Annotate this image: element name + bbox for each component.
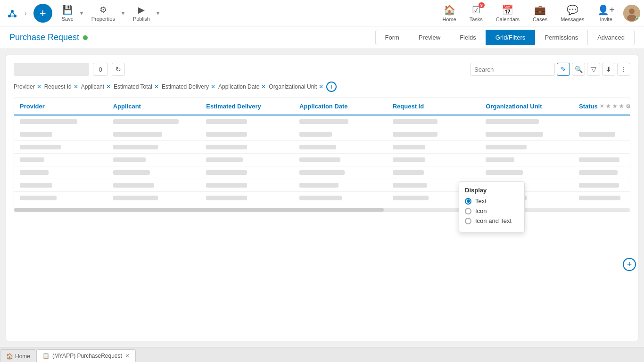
tag-provider-remove[interactable]: ✕ (37, 83, 41, 90)
tag-request-id-remove[interactable]: ✕ (74, 83, 78, 90)
status-gear-icon[interactable]: ⚙ (626, 103, 630, 110)
tab-close-button[interactable]: ✕ (125, 353, 130, 359)
add-tag-button[interactable]: + (326, 82, 337, 92)
save-button[interactable]: 💾 Save (57, 3, 78, 24)
nav-forward-arrow[interactable]: › (23, 8, 29, 19)
cell (387, 119, 480, 124)
col-provider[interactable]: Provider (14, 98, 107, 115)
filter-bar-left: 0 ↻ (14, 63, 125, 76)
status-star-1[interactable]: ★ (606, 103, 611, 109)
publish-dropdown[interactable]: ▾ (155, 8, 161, 18)
table-row (14, 115, 630, 128)
tab-advanced[interactable]: Advanced (587, 30, 635, 45)
table-row (14, 141, 630, 154)
add-button[interactable]: + (33, 4, 52, 23)
cell (480, 145, 573, 149)
cases-label: Cases (533, 16, 547, 22)
save-dropdown[interactable]: ▾ (78, 8, 85, 18)
tab-form[interactable]: Form (375, 30, 409, 45)
col-organizational-unit[interactable]: Organizational Unit (480, 98, 573, 115)
page-title: Purchase Request (9, 33, 79, 42)
data-grid: Provider Applicant Estimated Delivery Ap… (14, 98, 630, 212)
toolbar-left: › + 💾 Save ▾ ⚙ Properties ▾ ▶ Publish (4, 3, 436, 24)
filter-bar: 0 ↻ ✎ 🔍 ▽ ⬇ ⋮ (14, 63, 630, 76)
tag-request-id-label: Request Id (44, 83, 72, 90)
col-status[interactable]: Status ✕ ★ ★ ★ ⚙ (573, 98, 630, 115)
gear-icon: ⚙ (99, 5, 107, 15)
tab-grid-filters[interactable]: Grid/Filters (486, 30, 536, 45)
purchase-request-tab[interactable]: 📋 (MYAPP) PurchaseRequest ✕ (36, 349, 136, 362)
nav-tasks[interactable]: 9 ☑ Tasks (465, 2, 487, 24)
cell (294, 132, 387, 137)
display-option-icon-text[interactable]: Icon and Text (465, 217, 519, 224)
refresh-button[interactable]: ↻ (112, 63, 125, 76)
count-box: 0 (93, 63, 108, 76)
status-star-2[interactable]: ★ (612, 103, 617, 109)
grid-header: Provider Applicant Estimated Delivery Ap… (14, 98, 630, 115)
user-avatar[interactable] (623, 5, 640, 22)
status-header-label: Status (579, 103, 598, 110)
cell (387, 170, 480, 175)
filter-icon-btn[interactable]: ▽ (587, 63, 600, 76)
status-close-icon[interactable]: ✕ (600, 103, 604, 109)
cell (387, 157, 480, 162)
home-bottom-tab[interactable]: 🏠 Home (0, 349, 36, 362)
tab-fields[interactable]: Fields (450, 30, 486, 45)
nav-invite[interactable]: 👤+ Invite (593, 2, 619, 24)
publish-button[interactable]: ▶ Publish (128, 3, 155, 24)
properties-button[interactable]: ⚙ Properties (87, 3, 120, 24)
table-row (14, 128, 630, 141)
tab-permissions[interactable]: Permissions (535, 30, 588, 45)
add-column-button[interactable]: + (623, 258, 636, 271)
calendars-icon: 📅 (502, 4, 513, 16)
col-applicant[interactable]: Applicant (107, 98, 201, 115)
col-request-id[interactable]: Request Id (387, 98, 480, 115)
cell (573, 132, 630, 137)
tag-estimated-total-label: Estimated Total (114, 83, 152, 90)
tab-preview[interactable]: Preview (409, 30, 450, 45)
tag-estimated-total: Estimated Total ✕ (114, 83, 159, 90)
svg-point-8 (627, 15, 636, 21)
search-input[interactable] (470, 63, 555, 76)
col-estimated-delivery[interactable]: Estimated Delivery (200, 98, 294, 115)
cell (200, 196, 294, 200)
tag-estimated-total-remove[interactable]: ✕ (154, 83, 159, 90)
tag-applicant-remove[interactable]: ✕ (106, 83, 111, 90)
cell (200, 183, 294, 188)
tag-estimated-delivery-remove[interactable]: ✕ (211, 83, 215, 90)
cell (107, 132, 201, 137)
cell (14, 196, 107, 200)
properties-dropdown[interactable]: ▾ (120, 8, 126, 18)
table-row (14, 154, 630, 166)
status-dot (83, 35, 88, 40)
tag-organizational-unit: Organizational Unit ✕ (269, 83, 323, 90)
more-icon-btn[interactable]: ⋮ (617, 63, 630, 76)
cell (14, 183, 107, 188)
horizontal-scrollbar[interactable] (14, 208, 630, 212)
tag-organizational-unit-remove[interactable]: ✕ (319, 83, 323, 90)
nav-home[interactable]: 🏠 Home (438, 2, 461, 24)
search-icon-btn[interactable]: 🔍 (572, 63, 585, 76)
brand-icon (4, 5, 21, 22)
cell (107, 119, 201, 124)
display-option-icon[interactable]: Icon (465, 207, 519, 214)
cell (294, 119, 387, 124)
cell (14, 119, 107, 124)
display-option-text[interactable]: Text (465, 197, 519, 205)
main-toolbar: › + 💾 Save ▾ ⚙ Properties ▾ ▶ Publish (0, 0, 644, 26)
cell (573, 196, 630, 200)
nav-calendars[interactable]: 📅 Calendars (491, 2, 524, 24)
nav-messages[interactable]: 💬 Messages (556, 2, 589, 24)
nav-cases[interactable]: 💼 Cases (528, 2, 552, 24)
tasks-label: Tasks (470, 16, 483, 22)
display-option-text-label: Text (475, 197, 487, 205)
status-star-3[interactable]: ★ (619, 103, 624, 109)
cell (387, 145, 480, 149)
home-bottom-icon: 🏠 (6, 353, 13, 360)
cell (14, 170, 107, 175)
tag-application-date-remove[interactable]: ✕ (261, 83, 266, 90)
col-application-date[interactable]: Application Date (294, 98, 387, 115)
cell (294, 145, 387, 149)
pencil-icon-btn[interactable]: ✎ (557, 63, 570, 76)
download-icon-btn[interactable]: ⬇ (602, 63, 615, 76)
